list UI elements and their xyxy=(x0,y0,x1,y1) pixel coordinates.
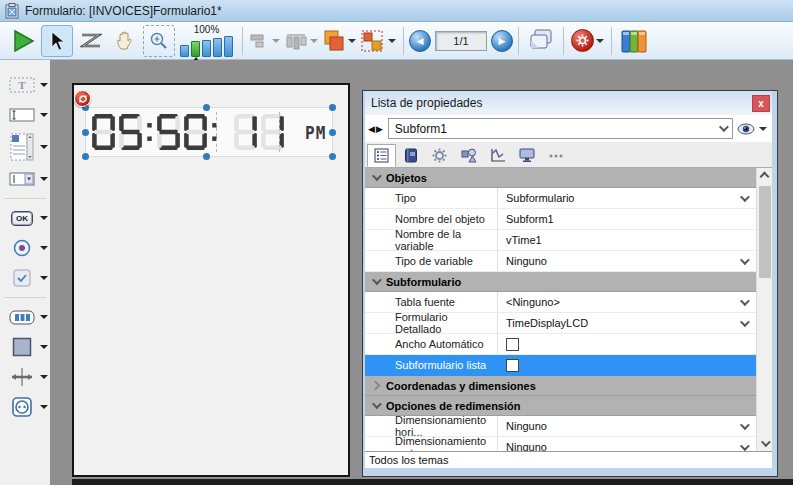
distribute-dropdown-arrow[interactable] xyxy=(310,39,318,43)
chevron-down-icon[interactable] xyxy=(739,441,749,451)
group-button[interactable] xyxy=(359,25,397,57)
align-dropdown-arrow[interactable] xyxy=(272,39,280,43)
zoom-bar-800[interactable] xyxy=(224,36,233,57)
section-header-opciones-redimension[interactable]: Opciones de redimensión xyxy=(365,396,756,416)
panel-titlebar[interactable]: Lista de propiedades x xyxy=(365,91,772,115)
listbox-tool[interactable] xyxy=(0,130,50,164)
tool-dropdown-arrow[interactable] xyxy=(40,216,48,220)
zoom-bar-400[interactable] xyxy=(213,38,222,57)
select-tool-button[interactable] xyxy=(41,25,73,57)
object-prev-next-icons[interactable]: ◀▶ xyxy=(368,124,384,134)
tab-events[interactable] xyxy=(396,144,425,167)
tab-more[interactable] xyxy=(541,144,570,167)
tool-dropdown-arrow[interactable] xyxy=(40,145,48,149)
selection-handle-mid-left[interactable] xyxy=(82,129,89,136)
tool-dropdown-arrow[interactable] xyxy=(40,177,48,181)
property-row-nombre-objeto[interactable]: Nombre del objeto Subform1 xyxy=(365,209,756,230)
tab-chart[interactable] xyxy=(483,144,512,167)
tool-dropdown-arrow[interactable] xyxy=(40,83,48,87)
chevron-down-icon[interactable] xyxy=(739,255,749,265)
selection-handle-top-right[interactable] xyxy=(329,104,336,111)
property-row-ancho-automatico[interactable]: Ancho Automático xyxy=(365,334,756,355)
selection-handle-bottom-right[interactable] xyxy=(329,153,336,160)
tool-dropdown-arrow[interactable] xyxy=(40,345,48,349)
tool-dropdown-arrow[interactable] xyxy=(40,276,48,280)
property-row-formulario-detallado[interactable]: Formulario Detallado TimeDisplayLCD xyxy=(365,313,756,334)
selection-handle-top-center[interactable] xyxy=(203,104,210,111)
move-tool-button[interactable] xyxy=(109,25,141,57)
tool-dropdown-arrow[interactable] xyxy=(40,246,48,250)
theme-filter-status[interactable]: Todos los temas xyxy=(365,451,772,468)
input-field-tool[interactable] xyxy=(0,100,50,130)
layer-level-button[interactable] xyxy=(321,25,357,57)
next-page-button[interactable]: ▶ xyxy=(491,30,513,52)
scrollbar[interactable] xyxy=(756,168,772,451)
section-header-subformulario[interactable]: Subformulario xyxy=(365,272,756,292)
chevron-down-icon xyxy=(719,122,729,132)
subformulario-lista-checkbox[interactable] xyxy=(506,359,519,372)
close-button[interactable]: x xyxy=(752,95,770,112)
form-canvas[interactable]: PM xyxy=(72,83,350,477)
rectangle-tool[interactable] xyxy=(0,332,50,362)
splitter-tool[interactable] xyxy=(0,362,50,392)
property-row-subformulario-lista[interactable]: Subformulario lista xyxy=(365,355,756,376)
group-dropdown-arrow[interactable] xyxy=(388,39,396,43)
subform-object[interactable]: PM xyxy=(85,107,333,157)
form-properties-button[interactable] xyxy=(570,25,605,57)
tool-dropdown-arrow[interactable] xyxy=(40,405,48,409)
scrollbar-thumb[interactable] xyxy=(759,186,771,278)
object-library-button[interactable] xyxy=(618,25,650,57)
selection-handle-mid-right[interactable] xyxy=(329,129,336,136)
property-row-dimensionamiento-horizontal[interactable]: Dimensionamiento hori... Ninguno xyxy=(365,416,756,437)
display-pages-button[interactable] xyxy=(525,25,557,57)
ancho-automatico-checkbox[interactable] xyxy=(506,338,519,351)
section-header-coordenadas[interactable]: Coordenadas y dimensiones xyxy=(365,376,756,396)
static-text-tool[interactable]: T xyxy=(0,70,50,100)
distribute-button-disabled[interactable] xyxy=(283,25,319,57)
view-options-button[interactable] xyxy=(737,123,769,135)
selection-handle-bottom-center[interactable] xyxy=(203,153,210,160)
layer-dropdown-arrow[interactable] xyxy=(348,39,356,43)
distribute-icon xyxy=(284,32,308,50)
scroll-up-icon[interactable] xyxy=(757,168,773,184)
properties-dropdown-arrow[interactable] xyxy=(596,39,604,43)
chevron-down-icon[interactable] xyxy=(739,192,749,202)
entry-order-tool-button[interactable] xyxy=(75,25,107,57)
tab-shapes[interactable] xyxy=(454,144,483,167)
section-header-objetos[interactable]: Objetos xyxy=(365,168,756,188)
checkbox-tool[interactable] xyxy=(0,263,50,293)
lcd-time-display[interactable]: PM xyxy=(85,107,333,157)
execute-form-button[interactable] xyxy=(7,25,39,57)
subform-marker-badge[interactable] xyxy=(74,90,91,107)
chevron-down-icon[interactable] xyxy=(739,317,749,327)
page-indicator-field[interactable]: 1/1 xyxy=(435,31,487,51)
tab-display[interactable] xyxy=(512,144,541,167)
tool-dropdown-arrow[interactable] xyxy=(40,375,48,379)
property-row-tipo[interactable]: Tipo Subformulario xyxy=(365,188,756,209)
button-grid-tool[interactable] xyxy=(0,302,50,332)
window-titlebar[interactable]: Formulario: [INVOICES]Formulario1* xyxy=(0,0,793,22)
property-row-nombre-variable[interactable]: Nombre de la variable vTime1 xyxy=(365,230,756,251)
tab-property-list[interactable] xyxy=(367,144,396,167)
tool-dropdown-arrow[interactable] xyxy=(40,113,48,117)
tab-settings[interactable] xyxy=(425,144,454,167)
zoom-bar-200[interactable] xyxy=(202,40,211,57)
property-row-tipo-variable[interactable]: Tipo de variable Ninguno xyxy=(365,251,756,272)
combobox-tool[interactable] xyxy=(0,164,50,194)
property-row-tabla-fuente[interactable]: Tabla fuente <Ninguno> xyxy=(365,292,756,313)
zoom-bar-100-current[interactable] xyxy=(191,41,200,57)
button-tool[interactable]: OK xyxy=(0,203,50,233)
radio-button-tool[interactable] xyxy=(0,233,50,263)
align-button-disabled[interactable] xyxy=(249,25,281,57)
scroll-down-icon[interactable] xyxy=(757,435,773,451)
property-row-dimensionamiento-vertical[interactable]: Dimensionamiento vert... Ninguno xyxy=(365,437,756,451)
zoom-tool-button[interactable] xyxy=(143,25,175,57)
object-selector-dropdown[interactable]: Subform1 xyxy=(388,118,733,139)
tool-dropdown-arrow[interactable] xyxy=(40,315,48,319)
selection-handle-bottom-left[interactable] xyxy=(82,153,89,160)
plugin-area-tool[interactable] xyxy=(0,392,50,422)
previous-page-button[interactable]: ◀ xyxy=(409,30,431,52)
zoom-bar-50[interactable] xyxy=(180,45,189,57)
chevron-down-icon[interactable] xyxy=(739,296,749,306)
chevron-down-icon[interactable] xyxy=(739,420,749,430)
